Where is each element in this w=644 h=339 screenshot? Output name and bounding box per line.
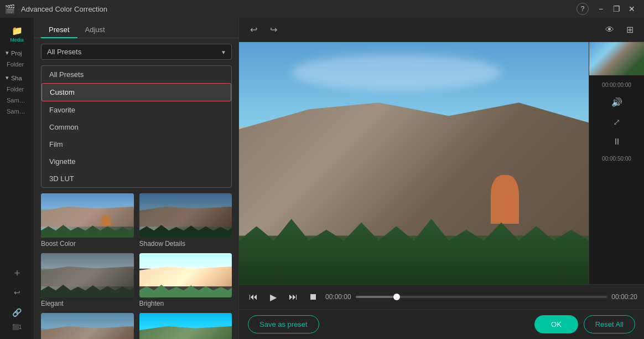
mini-time-bottom: 00:00:50:00 bbox=[600, 153, 633, 164]
tab-adjust[interactable]: Adjust bbox=[77, 22, 113, 38]
mini-preview-thumb bbox=[589, 42, 644, 75]
presets-area: Boost Color Shadow Details bbox=[34, 188, 238, 339]
nav-project-expand[interactable]: ▾ Proj bbox=[2, 47, 32, 59]
bottom-actions: Save as preset OK Reset All bbox=[239, 309, 644, 339]
save-preset-button[interactable]: Save as preset bbox=[248, 315, 319, 333]
preset-thumb-shadow-details bbox=[139, 193, 232, 238]
current-time: 00:00:00 bbox=[325, 293, 351, 301]
right-mini-panel: 00:00:00:00 🔊 ⤢ ⏸ 00:00:50:00 bbox=[589, 42, 644, 284]
video-toolbar: ↩ ↪ 👁 ⊞ bbox=[239, 18, 644, 42]
mini-play-pause-button[interactable]: ⏸ bbox=[609, 133, 625, 150]
chevron-icon: ▾ bbox=[6, 49, 9, 56]
ok-reset-group: OK Reset All bbox=[534, 315, 635, 333]
nav-sub-folder[interactable]: Folder bbox=[2, 59, 32, 70]
video-and-mini-panel: 00:00:00:00 🔊 ⤢ ⏸ 00:00:50:00 bbox=[239, 42, 644, 284]
preset-thumb-elegant bbox=[41, 253, 134, 297]
preset-thumb-brighten bbox=[139, 253, 232, 297]
preset-thumb-boost-color bbox=[41, 193, 134, 238]
mini-volume-button[interactable]: 🔊 bbox=[609, 94, 625, 110]
menu-item-vignette[interactable]: Vignette bbox=[41, 153, 231, 170]
chevron-icon-2: ▾ bbox=[6, 74, 9, 81]
preset-item-boost-color[interactable]: Boost Color bbox=[41, 193, 134, 248]
menu-item-favorite[interactable]: Favorite bbox=[41, 101, 231, 119]
tab-preset[interactable]: Preset bbox=[41, 22, 77, 38]
color-correction-panel: Preset Adjust All Presets Custom Favorit… bbox=[34, 18, 239, 339]
preset-label-boost-color: Boost Color bbox=[41, 240, 134, 248]
play-button[interactable]: ▶ bbox=[266, 289, 281, 305]
app-nav-sidebar: 📁 Media ▾ Proj Folder ▾ Sha Folder Sampl… bbox=[0, 18, 34, 339]
nav-sub-folder2[interactable]: Folder bbox=[2, 84, 32, 95]
help-button[interactable]: ? bbox=[577, 3, 589, 15]
app-icon: 🎬 bbox=[4, 4, 15, 14]
preset-label-elegant: Elegant bbox=[41, 300, 134, 307]
prev-frame-button[interactable]: ⏮ bbox=[246, 289, 261, 305]
preview-button[interactable]: 👁 bbox=[602, 22, 617, 38]
nav-link-button[interactable]: 🔗 bbox=[9, 304, 25, 321]
menu-item-common[interactable]: Common bbox=[41, 119, 231, 136]
progress-fill bbox=[356, 296, 393, 298]
video-content-area: ↩ ↪ 👁 ⊞ bbox=[239, 18, 644, 339]
menu-item-3d-lut[interactable]: 3D LUT bbox=[41, 170, 231, 187]
mini-expand-button[interactable]: ⤢ bbox=[609, 114, 625, 130]
preset-dropdown[interactable]: All Presets Custom Favorite Common Film … bbox=[41, 44, 232, 60]
preset-dropdown-wrapper: All Presets Custom Favorite Common Film … bbox=[41, 44, 232, 60]
nav-item-media[interactable]: 📁 Media bbox=[2, 22, 32, 46]
panel-tabs: Preset Adjust bbox=[34, 18, 238, 38]
nav-share-expand[interactable]: ▾ Sha bbox=[2, 72, 32, 84]
nav-label-share: Sha bbox=[11, 75, 22, 81]
video-preview bbox=[239, 42, 589, 284]
progress-thumb bbox=[393, 294, 400, 300]
scene-rock bbox=[239, 102, 589, 235]
preset-item-elegant[interactable]: Elegant bbox=[41, 253, 134, 307]
nav-add-button[interactable]: ＋ bbox=[9, 264, 25, 281]
close-button[interactable]: ✕ bbox=[624, 3, 640, 15]
nav-label-media: Media bbox=[10, 37, 24, 43]
ok-button[interactable]: OK bbox=[534, 315, 578, 333]
titlebar: 🎬 Advanced Color Correction ? − ❐ ✕ bbox=[0, 0, 644, 18]
scene-clouds bbox=[292, 54, 501, 91]
nav-sub-sample-co[interactable]: Sample Co... bbox=[2, 95, 32, 106]
menu-item-custom[interactable]: Custom bbox=[41, 83, 231, 101]
preset-label-brighten: Brighten bbox=[139, 300, 232, 307]
nav-undo-button[interactable]: ↩ bbox=[9, 284, 25, 301]
preset-item-brighten[interactable]: Brighten bbox=[139, 253, 232, 307]
restore-button[interactable]: ❐ bbox=[609, 3, 624, 15]
progress-bar[interactable] bbox=[356, 296, 607, 298]
minimize-button[interactable]: − bbox=[593, 3, 609, 15]
nav-label-project: Proj bbox=[11, 50, 22, 56]
total-time: 00:00:20 bbox=[611, 293, 637, 301]
playback-controls: ⏮ ▶ ⏭ ⏹ 00:00:00 00:00:20 bbox=[239, 284, 644, 309]
preset-dropdown-menu: All Presets Custom Favorite Common Film … bbox=[41, 65, 232, 188]
toolbar-left: ↩ ↪ bbox=[246, 22, 281, 38]
preset-thumb-5 bbox=[41, 313, 134, 339]
mini-controls: 00:00:00:00 🔊 ⤢ ⏸ 00:00:50:00 bbox=[589, 75, 644, 284]
toolbar-right: 👁 ⊞ bbox=[602, 22, 637, 38]
nav-track-count: ⬛1 bbox=[12, 324, 22, 330]
undo-button[interactable]: ↩ bbox=[246, 22, 261, 38]
compare-button[interactable]: ⊞ bbox=[622, 22, 637, 38]
preset-item-shadow-details[interactable]: Shadow Details bbox=[139, 193, 232, 248]
preset-thumb-6 bbox=[139, 313, 232, 339]
mini-time-top: 00:00:00:00 bbox=[600, 80, 633, 90]
video-frame bbox=[239, 42, 589, 284]
presets-grid: Boost Color Shadow Details bbox=[41, 193, 232, 339]
preset-item-6[interactable] bbox=[139, 313, 232, 339]
window-title: Advanced Color Correction bbox=[19, 5, 577, 13]
reset-all-button[interactable]: Reset All bbox=[584, 315, 635, 333]
preset-label-shadow-details: Shadow Details bbox=[139, 240, 232, 248]
nav-sub-sample-vid[interactable]: Sample Vid... bbox=[2, 106, 32, 117]
next-frame-button[interactable]: ⏭ bbox=[285, 289, 301, 305]
preset-item-5[interactable] bbox=[41, 313, 134, 339]
redo-button[interactable]: ↪ bbox=[266, 22, 281, 38]
preset-dropdown-container: All Presets Custom Favorite Common Film … bbox=[34, 38, 238, 65]
scene-orange-tree bbox=[491, 175, 519, 223]
menu-item-all-presets[interactable]: All Presets bbox=[41, 66, 231, 83]
media-icon: 📁 bbox=[12, 25, 23, 36]
menu-item-film[interactable]: Film bbox=[41, 136, 231, 153]
stop-button[interactable]: ⏹ bbox=[305, 289, 321, 305]
